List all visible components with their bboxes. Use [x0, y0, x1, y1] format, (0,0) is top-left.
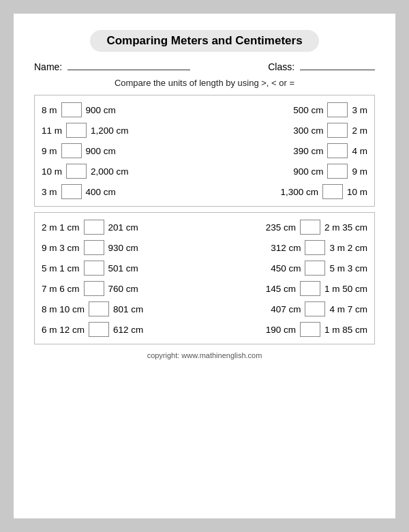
answer-box[interactable] — [305, 261, 325, 276]
copyright: copyright: www.mathinenglish.com — [34, 351, 375, 359]
answer-box[interactable] — [305, 301, 325, 316]
left-value-a: 11 m — [42, 125, 62, 136]
left-comparison: 5 m 1 cm501 cm — [42, 261, 198, 276]
answer-box[interactable] — [84, 261, 104, 276]
right-comparison: 450 cm5 m 3 cm — [211, 261, 367, 276]
left-comparison: 9 m900 cm — [42, 143, 198, 158]
table-row: 7 m 6 cm760 cm145 cm1 m 50 cm — [42, 278, 367, 299]
left-comparison: 8 m900 cm — [42, 102, 198, 117]
left-value-a: 3 m — [42, 187, 57, 197]
left-value-b: 760 cm — [108, 284, 138, 294]
name-label: Name: — [34, 61, 62, 72]
right-value-b: 9 m — [352, 166, 367, 177]
left-value-a: 10 m — [42, 166, 62, 177]
right-value-b: 2 m 35 cm — [324, 222, 367, 233]
right-value-a: 312 cm — [271, 243, 301, 253]
right-value-b: 1 m 50 cm — [324, 284, 367, 294]
right-comparison: 145 cm1 m 50 cm — [211, 281, 367, 296]
answer-box[interactable] — [66, 164, 87, 179]
answer-box[interactable] — [89, 322, 109, 337]
right-value-b: 10 m — [347, 187, 367, 197]
left-comparison: 8 m 10 cm801 cm — [42, 301, 198, 316]
table-row: 9 m900 cm390 cm4 m — [42, 141, 367, 161]
answer-box[interactable] — [327, 164, 348, 179]
right-value-b: 4 m 7 cm — [329, 304, 367, 314]
answer-box[interactable] — [327, 123, 348, 138]
answer-box[interactable] — [89, 301, 109, 316]
answer-box[interactable] — [61, 184, 82, 199]
left-value-b: 612 cm — [113, 325, 143, 335]
answer-box[interactable] — [300, 220, 320, 235]
right-comparison: 390 cm4 m — [211, 143, 367, 158]
name-class-row: Name: Class: — [34, 61, 375, 72]
left-value-b: 900 cm — [86, 146, 116, 156]
left-value-b: 1,200 cm — [91, 125, 129, 136]
right-value-a: 235 cm — [266, 222, 296, 233]
right-value-a: 145 cm — [266, 284, 296, 294]
table-row: 9 m 3 cm930 cm312 cm3 m 2 cm — [42, 237, 367, 258]
right-value-a: 407 cm — [271, 304, 301, 314]
right-comparison: 300 cm2 m — [211, 123, 367, 138]
left-value-a: 6 m 12 cm — [42, 325, 85, 335]
class-label: Class: — [268, 61, 294, 72]
right-value-a: 190 cm — [266, 325, 296, 335]
right-value-a: 900 cm — [293, 166, 323, 177]
right-value-b: 3 m 2 cm — [329, 243, 367, 253]
name-field: Name: — [34, 61, 190, 72]
right-comparison: 407 cm4 m 7 cm — [211, 301, 367, 316]
right-value-a: 450 cm — [271, 263, 301, 274]
answer-box[interactable] — [327, 143, 348, 158]
table-row: 5 m 1 cm501 cm450 cm5 m 3 cm — [42, 258, 367, 278]
class-field: Class: — [268, 61, 375, 72]
left-comparison: 6 m 12 cm612 cm — [42, 322, 198, 337]
answer-box[interactable] — [305, 240, 325, 255]
answer-box[interactable] — [84, 281, 104, 296]
left-comparison: 7 m 6 cm760 cm — [42, 281, 198, 296]
right-comparison: 312 cm3 m 2 cm — [211, 240, 367, 255]
worksheet-title: Comparing Meters and Centimeters — [90, 30, 318, 52]
right-comparison: 500 cm3 m — [211, 102, 367, 117]
answer-box[interactable] — [300, 322, 320, 337]
right-comparison: 1,300 cm10 m — [211, 184, 367, 199]
instruction: Compare the units of length by using >, … — [34, 78, 375, 88]
left-comparison: 10 m2,000 cm — [42, 164, 198, 179]
right-value-b: 2 m — [352, 125, 367, 136]
left-value-a: 5 m 1 cm — [42, 263, 80, 274]
left-value-b: 2,000 cm — [91, 166, 129, 177]
left-value-a: 2 m 1 cm — [42, 222, 80, 233]
table-row: 2 m 1 cm201 cm235 cm2 m 35 cm — [42, 217, 367, 237]
right-value-a: 1,300 cm — [280, 187, 318, 197]
left-comparison: 11 m1,200 cm — [42, 123, 198, 138]
right-value-b: 4 m — [352, 146, 367, 156]
left-comparison: 9 m 3 cm930 cm — [42, 240, 198, 255]
left-value-a: 7 m 6 cm — [42, 284, 80, 294]
left-value-b: 501 cm — [108, 263, 138, 274]
left-comparison: 2 m 1 cm201 cm — [42, 220, 198, 235]
worksheet: Comparing Meters and Centimeters Name: C… — [14, 14, 395, 518]
left-value-a: 8 m 10 cm — [42, 304, 85, 314]
class-line[interactable] — [300, 70, 375, 70]
answer-box[interactable] — [327, 102, 348, 117]
answer-box[interactable] — [61, 102, 82, 117]
right-value-a: 300 cm — [293, 125, 323, 136]
answer-box[interactable] — [61, 143, 82, 158]
table-row: 11 m1,200 cm300 cm2 m — [42, 120, 367, 141]
right-comparison: 900 cm9 m — [211, 164, 367, 179]
right-comparison: 190 cm1 m 85 cm — [211, 322, 367, 337]
right-value-b: 3 m — [352, 105, 367, 115]
left-value-a: 9 m 3 cm — [42, 243, 80, 253]
name-line[interactable] — [67, 70, 190, 70]
left-value-b: 801 cm — [113, 304, 143, 314]
table-row: 6 m 12 cm612 cm190 cm1 m 85 cm — [42, 319, 367, 340]
answer-box[interactable] — [300, 281, 320, 296]
answer-box[interactable] — [84, 220, 104, 235]
right-value-a: 500 cm — [293, 105, 323, 115]
answer-box[interactable] — [66, 123, 87, 138]
answer-box[interactable] — [322, 184, 343, 199]
table-row: 8 m 10 cm801 cm407 cm4 m 7 cm — [42, 299, 367, 319]
table-row: 10 m2,000 cm900 cm9 m — [42, 161, 367, 181]
left-value-b: 930 cm — [108, 243, 138, 253]
left-value-a: 9 m — [42, 146, 57, 156]
right-value-b: 5 m 3 cm — [329, 263, 367, 274]
answer-box[interactable] — [84, 240, 104, 255]
